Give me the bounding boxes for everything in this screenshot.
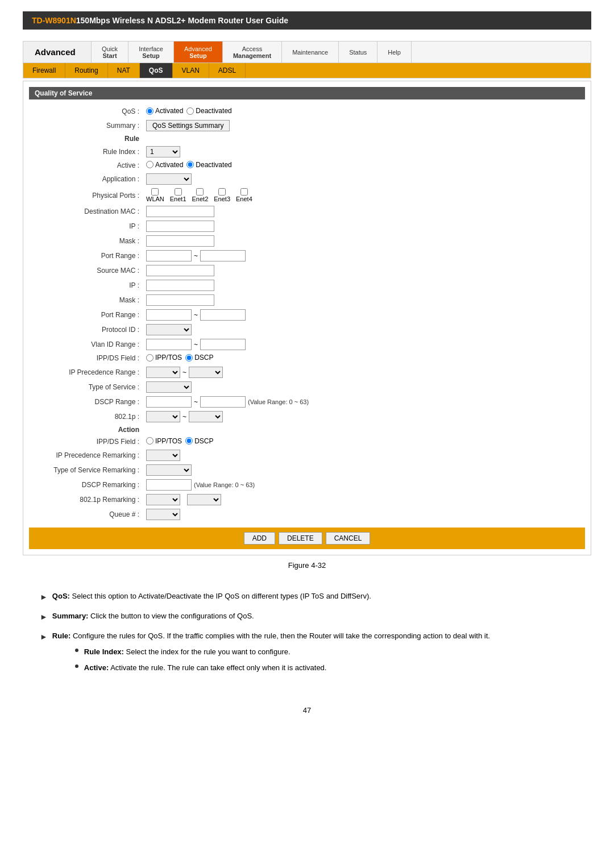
vlan-id-end-input[interactable] [200, 339, 246, 350]
queue-num-select[interactable] [146, 509, 180, 520]
qos-deactivated-label[interactable]: Deactivated [186, 107, 231, 115]
dest-mask-label: Mask : [29, 234, 143, 248]
action-ippds-row: IPP/DS Field : IPP/TOS DSCP [29, 435, 585, 448]
dest-port-end-input[interactable] [200, 250, 246, 261]
ipptos-label[interactable]: IPP/TOS [146, 354, 182, 362]
active-activated-label[interactable]: Activated [146, 161, 183, 169]
ipptos-radio[interactable] [146, 354, 154, 362]
action-ipptos-label[interactable]: IPP/TOS [146, 437, 182, 445]
dscp-remarking-input[interactable] [146, 479, 192, 491]
dscp-end-input[interactable] [200, 396, 246, 408]
tab-access-management[interactable]: Access Management [223, 41, 282, 63]
tab-help[interactable]: Help [377, 41, 412, 63]
ip-prec-remarking-select[interactable] [146, 450, 180, 461]
qos-bullet-text: Select this option to Activate/Deactivat… [72, 592, 371, 600]
tab-routing[interactable]: Routing [65, 63, 107, 78]
action-ipptos-radio[interactable] [146, 437, 154, 445]
ip-prec-range-inputs: ~ [146, 367, 223, 378]
tab-status-line1: Status [349, 49, 367, 56]
port-enet3-checkbox[interactable] [218, 188, 226, 196]
src-mac-label: Source MAC : [29, 263, 143, 278]
dest-mac-label: Destination MAC : [29, 204, 143, 219]
port-enet4: Enet4 [236, 188, 252, 202]
protocol-id-select[interactable] [146, 324, 192, 335]
vlan-id-start-input[interactable] [146, 339, 192, 350]
tab-interface-line1: Interface [139, 45, 163, 52]
dest-port-start-input[interactable] [146, 250, 192, 261]
dot8021p-row: 802.1p : ~ [29, 409, 585, 424]
dest-ip-input[interactable] [146, 221, 214, 232]
src-ip-label: IP : [29, 278, 143, 293]
qos-activated-radio[interactable] [146, 107, 154, 115]
summary-button[interactable]: QoS Settings Summary [146, 120, 230, 131]
dscp-radio[interactable] [185, 354, 193, 362]
active-activated-radio[interactable] [146, 161, 154, 168]
dscp-range-inputs: ~ (Value Range: 0 ~ 63) [146, 396, 309, 408]
dscp-start-input[interactable] [146, 396, 192, 408]
section-header: Quality of Service [29, 87, 585, 99]
add-button[interactable]: ADD [244, 532, 275, 545]
dest-mac-input[interactable] [146, 206, 214, 217]
qos-activated-label[interactable]: Activated [146, 107, 183, 115]
qos-radio-group: Activated Deactivated [146, 107, 232, 115]
port-wlan-checkbox[interactable] [151, 188, 159, 196]
tab-quick-start-line2: Start [103, 52, 117, 59]
port-enet1-checkbox[interactable] [175, 188, 182, 196]
ip-prec-end-select[interactable] [189, 367, 223, 378]
src-mask-input[interactable] [146, 294, 214, 306]
nav-tabs-top: Quick Start Interface Setup Advanced Set… [92, 41, 591, 63]
port-enet2-checkbox[interactable] [196, 188, 204, 196]
tab-qos[interactable]: QoS [140, 63, 173, 78]
application-select[interactable] [146, 173, 192, 185]
rule-bullet-prefix: Rule: [52, 632, 71, 640]
tab-quick-start[interactable]: Quick Start [92, 41, 128, 63]
dest-ip-label: IP : [29, 219, 143, 234]
dot8021p-remarking-select2[interactable] [187, 494, 221, 505]
protocol-id-label: Protocol ID : [29, 322, 143, 337]
active-deactivated-label[interactable]: Deactivated [186, 161, 231, 169]
dot8021p-start-select[interactable] [146, 411, 180, 422]
delete-button[interactable]: DELETE [279, 532, 322, 545]
tab-vlan[interactable]: VLAN [173, 63, 209, 78]
dot8021p-end-select[interactable] [189, 411, 223, 422]
dest-mask-input[interactable] [146, 235, 214, 247]
active-deactivated-radio[interactable] [186, 161, 194, 168]
tab-firewall[interactable]: Firewall [23, 63, 65, 78]
port-enet4-checkbox[interactable] [240, 188, 248, 196]
tab-adsl[interactable]: ADSL [209, 63, 246, 78]
summary-btn-cell: QoS Settings Summary [143, 118, 585, 133]
tab-interface-setup[interactable]: Interface Setup [128, 41, 174, 63]
rule-bullet: ► Rule: Configure the rules for QoS. If … [40, 630, 574, 678]
physical-ports-checkboxes: WLAN Enet1 Enet2 [146, 188, 252, 202]
rule-index-select[interactable]: 123 [146, 146, 180, 157]
tos-remarking-row: Type of Service Remarking : [29, 463, 585, 477]
qos-deactivated-radio[interactable] [186, 107, 194, 115]
tab-interface-line2: Setup [142, 52, 160, 59]
nav-second-row: Firewall Routing NAT QoS VLAN ADSL [23, 63, 591, 78]
action-dscp-radio[interactable] [185, 437, 193, 445]
src-port-range-label: Port Range : [29, 308, 143, 322]
tab-advanced-setup[interactable]: Advanced Setup [174, 41, 223, 63]
src-port-end-input[interactable] [200, 309, 246, 321]
cancel-button[interactable]: CANCEL [326, 532, 371, 545]
ippds-field-row: IPP/DS Field : IPP/TOS DSCP [29, 352, 585, 365]
dscp-label[interactable]: DSCP [185, 354, 213, 362]
action-dscp-label[interactable]: DSCP [185, 437, 213, 445]
physical-ports-label: Physical Ports : [29, 186, 143, 204]
port-enet3: Enet3 [214, 188, 230, 202]
src-port-start-input[interactable] [146, 309, 192, 321]
type-of-service-select[interactable] [146, 381, 192, 393]
dest-port-range-row: Port Range : ~ [29, 248, 585, 263]
tab-nat[interactable]: NAT [108, 63, 140, 78]
sub-bullet-dot-1 [75, 649, 78, 652]
ip-prec-start-select[interactable] [146, 367, 180, 378]
src-ip-input[interactable] [146, 280, 214, 291]
src-mask-row: Mask : [29, 293, 585, 308]
tab-maintenance[interactable]: Maintenance [282, 41, 339, 63]
tos-remarking-select[interactable] [146, 464, 192, 476]
active-row: Active : Activated Deactivated [29, 159, 585, 172]
dot8021p-remarking-select1[interactable] [146, 494, 180, 505]
src-mac-input[interactable] [146, 265, 214, 276]
tab-advanced-line2: Setup [189, 52, 207, 59]
tab-status[interactable]: Status [339, 41, 377, 63]
